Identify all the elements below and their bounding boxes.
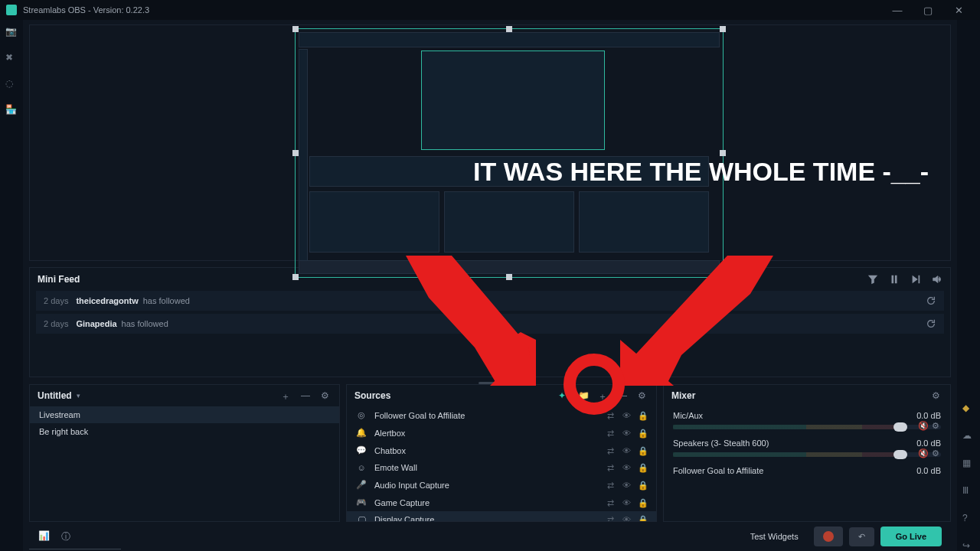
maximize-button[interactable]: ▢ bbox=[913, 5, 943, 16]
replay-icon[interactable] bbox=[926, 295, 936, 306]
status-bar: 📊 ⓘ Test Widgets ↶ Go Live bbox=[29, 522, 951, 551]
help-icon[interactable]: ? bbox=[962, 513, 975, 523]
lock-icon[interactable]: 🔒 bbox=[638, 429, 647, 438]
preview-canvas[interactable]: IT WAS HERE THE WHOLE TIME -__- bbox=[29, 24, 951, 261]
visibility-icon[interactable]: 👁 bbox=[622, 498, 632, 507]
mini-feed-title: Mini Feed bbox=[38, 274, 80, 285]
visibility-icon[interactable]: 👁 bbox=[622, 429, 632, 438]
window-title: Streamlabs OBS - Version: 0.22.3 bbox=[23, 5, 149, 15]
link-icon[interactable]: ⇄ bbox=[607, 481, 616, 490]
minimize-button[interactable]: — bbox=[882, 5, 913, 16]
cloud-icon[interactable]: ☁ bbox=[962, 430, 975, 441]
lock-icon[interactable]: 🔒 bbox=[638, 481, 647, 490]
filter-icon[interactable] bbox=[867, 274, 878, 285]
thumb-scenes bbox=[309, 191, 439, 253]
selected-source-bounds[interactable] bbox=[295, 28, 724, 278]
scene-item[interactable]: Livestream bbox=[30, 406, 339, 423]
gear-icon[interactable]: ⚙ bbox=[932, 421, 941, 430]
add-scene-icon[interactable]: ＋ bbox=[281, 390, 292, 401]
mixer-title: Mixer bbox=[671, 390, 695, 401]
visibility-icon[interactable]: 👁 bbox=[622, 481, 632, 490]
info-icon[interactable]: ⓘ bbox=[61, 530, 74, 543]
volume-icon[interactable] bbox=[932, 274, 942, 285]
login-icon[interactable]: ↪ bbox=[962, 540, 975, 551]
left-nav: 📷 ✖ ◌ 🏪 bbox=[0, 20, 23, 551]
link-icon[interactable]: ⇄ bbox=[607, 429, 616, 438]
slider-knob[interactable] bbox=[893, 450, 907, 459]
source-item[interactable]: 🖵Display Capture⇄👁🔒 bbox=[347, 511, 656, 521]
visibility-icon[interactable]: 👁 bbox=[622, 463, 632, 472]
replay-icon[interactable] bbox=[926, 318, 936, 329]
go-live-button[interactable]: Go Live bbox=[880, 527, 942, 546]
scenes-title[interactable]: Untitled bbox=[38, 390, 72, 401]
thumb-sources bbox=[444, 191, 574, 253]
right-nav: ◆ ☁ ▦ Ⅲ ? ↪ ⚙ bbox=[957, 20, 980, 551]
scenes-panel: Untitled ▾ ＋ — ⚙ Livestream Be right bac… bbox=[29, 384, 340, 522]
lock-icon[interactable]: 🔒 bbox=[638, 515, 647, 521]
resize-handle[interactable] bbox=[292, 26, 299, 32]
mixer-item: Follower Goal to Affiliate0.0 dB bbox=[664, 461, 950, 481]
visibility-icon[interactable]: 👁 bbox=[622, 446, 632, 455]
volume-slider[interactable]: 🔇⚙ bbox=[673, 425, 941, 429]
link-icon[interactable]: ⇄ bbox=[607, 463, 616, 472]
link-icon[interactable]: ⇄ bbox=[607, 446, 616, 455]
annotation-text: IT WAS HERE THE WHOLE TIME -__- bbox=[473, 155, 929, 188]
source-item[interactable]: 🎮Game Capture⇄👁🔒 bbox=[347, 494, 656, 511]
chevron-down-icon[interactable]: ▾ bbox=[77, 392, 80, 399]
close-button[interactable]: ✕ bbox=[943, 5, 974, 16]
stats-icon[interactable]: 📊 bbox=[38, 530, 51, 543]
remove-scene-icon[interactable]: — bbox=[301, 390, 312, 401]
gear-icon[interactable]: ⚙ bbox=[932, 448, 941, 458]
link-icon[interactable]: ⇄ bbox=[607, 515, 616, 521]
undo-button[interactable]: ↶ bbox=[849, 527, 874, 546]
mute-icon[interactable]: 🔇 bbox=[918, 448, 927, 458]
store-icon[interactable]: 🏪 bbox=[5, 104, 18, 116]
skip-icon[interactable] bbox=[910, 274, 921, 285]
source-item[interactable]: 💬Chatbox⇄👁🔒 bbox=[347, 442, 656, 459]
search-icon[interactable]: ◌ bbox=[5, 78, 18, 90]
bars-icon[interactable]: Ⅲ bbox=[962, 485, 975, 496]
resize-handle[interactable] bbox=[292, 150, 299, 156]
tools-icon[interactable]: ✖ bbox=[5, 52, 18, 64]
lock-icon[interactable]: 🔒 bbox=[638, 463, 647, 472]
annotation-arrow-left bbox=[406, 256, 536, 386]
link-icon[interactable]: ⇄ bbox=[607, 498, 616, 507]
notifications-icon[interactable]: ◆ bbox=[962, 403, 975, 413]
source-item[interactable]: 🔔Alertbox⇄👁🔒 bbox=[347, 424, 656, 442]
feed-when: 2 days bbox=[44, 319, 68, 328]
feed-when: 2 days bbox=[44, 296, 68, 305]
pause-icon[interactable] bbox=[889, 274, 900, 285]
resize-handle[interactable] bbox=[292, 274, 299, 280]
thumb-inner-canvas bbox=[421, 51, 605, 150]
resize-handle[interactable] bbox=[720, 26, 726, 32]
layout-icon[interactable]: ▦ bbox=[962, 458, 975, 468]
scene-item[interactable]: Be right back bbox=[30, 423, 339, 440]
source-item[interactable]: ☺Emote Wall⇄👁🔒 bbox=[347, 459, 656, 476]
source-label: Follower Goal to Affiliate bbox=[374, 411, 465, 420]
mute-icon[interactable]: 🔇 bbox=[918, 421, 927, 430]
lock-icon[interactable]: 🔒 bbox=[638, 411, 647, 420]
source-settings-icon[interactable]: ⚙ bbox=[638, 390, 648, 401]
resize-handle[interactable] bbox=[506, 26, 512, 32]
visibility-icon[interactable]: 👁 bbox=[622, 515, 632, 521]
source-label: Display Capture bbox=[374, 515, 434, 521]
link-icon[interactable]: ⇄ bbox=[607, 411, 616, 420]
mixer-name: Mic/Aux bbox=[673, 411, 703, 420]
source-item[interactable]: 🎤Audio Input Capture⇄👁🔒 bbox=[347, 476, 656, 494]
test-widgets-button[interactable]: Test Widgets bbox=[741, 527, 808, 546]
thumb-mixer bbox=[579, 191, 709, 253]
volume-slider[interactable]: 🔇⚙ bbox=[673, 452, 941, 457]
titlebar: Streamlabs OBS - Version: 0.22.3 — ▢ ✕ bbox=[0, 0, 980, 20]
mixer-name: Follower Goal to Affiliate bbox=[673, 466, 763, 475]
record-button[interactable] bbox=[814, 527, 843, 546]
mixer-panel: Mixer ⚙ Mic/Aux0.0 dB🔇⚙Speakers (3- Stea… bbox=[663, 384, 951, 522]
scene-settings-icon[interactable]: ⚙ bbox=[321, 390, 332, 401]
studio-icon[interactable]: 📷 bbox=[5, 26, 18, 38]
source-type-icon: 🖵 bbox=[356, 515, 367, 521]
mixer-settings-icon[interactable]: ⚙ bbox=[932, 390, 942, 401]
lock-icon[interactable]: 🔒 bbox=[638, 498, 647, 507]
lock-icon[interactable]: 🔒 bbox=[638, 446, 647, 455]
visibility-icon[interactable]: 👁 bbox=[622, 411, 632, 420]
source-type-icon: 🎮 bbox=[356, 497, 367, 507]
slider-knob[interactable] bbox=[893, 422, 907, 432]
